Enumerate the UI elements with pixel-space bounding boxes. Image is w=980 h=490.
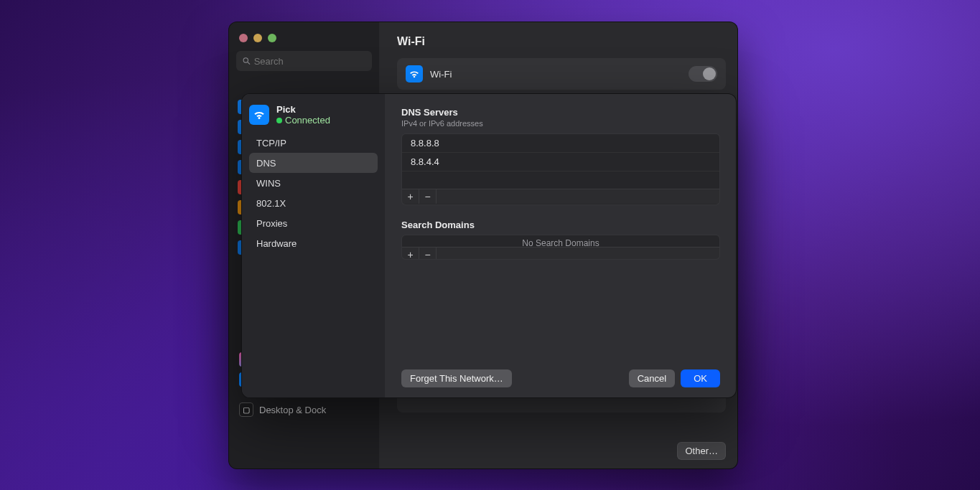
wifi-icon: [406, 65, 423, 83]
search-domains-toolbar: + −: [402, 247, 719, 260]
modal-main: DNS Servers IPv4 or IPv6 addresses 8.8.8…: [386, 94, 736, 397]
search-icon: [242, 56, 251, 66]
connection-status: Connected: [276, 115, 330, 126]
dns-list-toolbar: + −: [402, 189, 719, 204]
page-title: Wi-Fi: [397, 35, 726, 48]
dns-server-row[interactable]: 8.8.4.4: [402, 153, 719, 171]
network-details-modal: Pick Connected TCP/IP DNS WINS 802.1X Pr…: [241, 93, 737, 398]
tab-tcpip[interactable]: TCP/IP: [249, 133, 378, 153]
modal-header: Pick Connected: [249, 104, 378, 126]
tab-8021x[interactable]: 802.1X: [249, 193, 378, 213]
wifi-icon: [249, 105, 269, 125]
close-window-button[interactable]: [239, 34, 248, 42]
dns-servers-list[interactable]: 8.8.8.8 8.8.4.4 + −: [401, 133, 720, 205]
search-domains-list[interactable]: No Search Domains + −: [401, 235, 720, 260]
network-name: Pick: [276, 104, 330, 115]
tab-hardware[interactable]: Hardware: [249, 233, 378, 253]
dns-server-row[interactable]: 8.8.8.8: [402, 134, 719, 153]
forget-network-button[interactable]: Forget This Network…: [401, 369, 512, 387]
wifi-status-card: Wi-Fi: [397, 58, 726, 90]
modal-footer: Forget This Network… Cancel OK: [401, 369, 720, 387]
modal-sidebar: Pick Connected TCP/IP DNS WINS 802.1X Pr…: [242, 94, 386, 397]
window-controls: [229, 27, 379, 48]
sidebar-item-desktop[interactable]: ▢ Desktop & Dock: [235, 400, 373, 420]
sidebar-search[interactable]: [236, 51, 372, 71]
remove-dns-button[interactable]: −: [419, 189, 437, 204]
search-domains-title: Search Domains: [401, 220, 720, 230]
sidebar-item-label: Desktop & Dock: [259, 405, 326, 415]
remove-domain-button[interactable]: −: [419, 248, 437, 260]
add-domain-button[interactable]: +: [402, 248, 419, 260]
add-dns-button[interactable]: +: [402, 189, 419, 204]
tab-proxies[interactable]: Proxies: [249, 213, 378, 233]
desktop-icon: ▢: [239, 402, 253, 417]
wifi-label: Wi-Fi: [430, 69, 452, 80]
svg-line-1: [248, 62, 250, 65]
wifi-toggle[interactable]: [689, 66, 717, 82]
dns-servers-title: DNS Servers: [401, 107, 720, 118]
tab-wins[interactable]: WINS: [249, 173, 378, 193]
dns-servers-subtitle: IPv4 or IPv6 addresses: [401, 119, 720, 128]
search-input[interactable]: [254, 56, 366, 67]
cancel-button[interactable]: Cancel: [629, 369, 675, 387]
minimize-window-button[interactable]: [253, 34, 262, 42]
tab-dns[interactable]: DNS: [249, 153, 378, 173]
status-dot-icon: [276, 118, 282, 123]
other-networks-button[interactable]: Other…: [677, 442, 726, 460]
ok-button[interactable]: OK: [681, 369, 720, 387]
svg-point-0: [243, 58, 248, 62]
zoom-window-button[interactable]: [268, 34, 276, 42]
